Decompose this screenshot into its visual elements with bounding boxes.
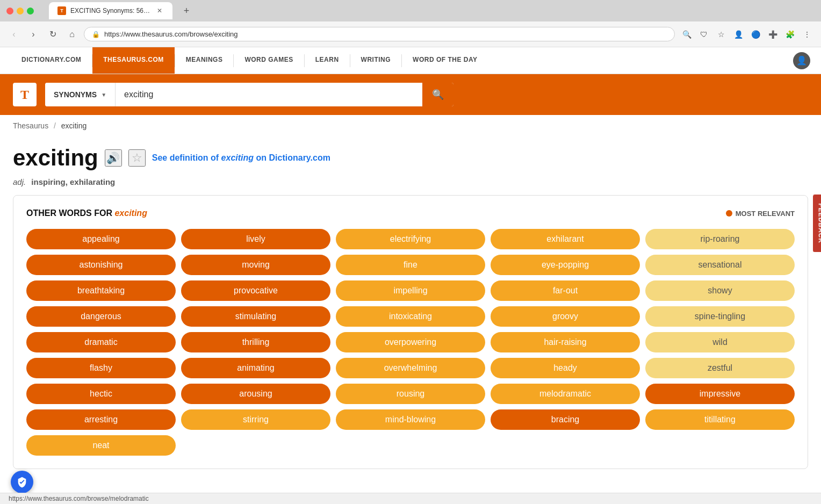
word-tag[interactable]: fine — [336, 255, 485, 275]
word-tag[interactable]: overpowering — [336, 332, 485, 352]
word-tag[interactable]: provocative — [181, 280, 330, 301]
dropdown-arrow-icon: ▼ — [101, 92, 106, 98]
word-tag[interactable]: groovy — [491, 306, 640, 327]
shield-icon — [16, 476, 28, 480]
extension3-button[interactable]: ➕ — [765, 27, 780, 42]
nav-learn[interactable]: LEARN — [305, 47, 350, 74]
word-tag[interactable]: astonishing — [26, 255, 176, 275]
word-tag[interactable]: zestful — [645, 358, 795, 378]
relevance-dot-icon — [726, 210, 732, 217]
section-title: OTHER WORDS FOR exciting — [26, 208, 147, 218]
word-tag[interactable]: animating — [181, 358, 330, 378]
word-pos: adj. inspiring, exhilarating — [0, 175, 821, 195]
new-tab-button[interactable]: + — [179, 3, 194, 18]
word-tag[interactable]: lively — [181, 229, 330, 249]
word-tag[interactable]: dramatic — [26, 332, 176, 352]
word-tag[interactable]: wild — [645, 332, 795, 352]
tab-close-button[interactable]: ✕ — [155, 6, 164, 15]
word-text: exciting — [13, 145, 98, 171]
word-tag[interactable]: overwhelming — [336, 358, 485, 378]
favorite-button[interactable]: ☆ — [128, 149, 146, 167]
feedback-tab[interactable]: FEEDBACK — [813, 195, 821, 252]
word-tag[interactable]: breathtaking — [26, 280, 176, 301]
word-header: exciting 🔊 ☆ See definition of exciting … — [0, 136, 821, 175]
home-button[interactable]: ⌂ — [64, 27, 80, 42]
words-grid: appealinglivelyelectrifyingexhilarantrip… — [26, 229, 795, 456]
pos-definition: inspiring, exhilarating — [31, 177, 115, 186]
word-tag[interactable]: bracing — [491, 409, 640, 430]
word-tag[interactable]: arousing — [181, 384, 330, 404]
site-logo[interactable]: T — [13, 83, 37, 106]
search-browser-button[interactable]: 🔍 — [679, 27, 694, 42]
search-button[interactable]: 🔍 — [422, 83, 453, 106]
section-title-word: exciting — [114, 208, 147, 218]
word-tag[interactable]: eye-popping — [491, 255, 640, 275]
breadcrumb-home-link[interactable]: Thesaurus — [13, 121, 48, 130]
bookmark-button[interactable]: ☆ — [714, 27, 729, 42]
word-tag[interactable]: dangerous — [26, 306, 176, 327]
site-nav: DICTIONARY.COM THESAURUS.COM MEANINGS WO… — [0, 47, 821, 74]
extension2-button[interactable]: 🔵 — [748, 27, 763, 42]
search-input[interactable] — [116, 83, 422, 106]
word-tag[interactable]: arresting — [26, 409, 176, 430]
word-tag[interactable]: impelling — [336, 280, 485, 301]
word-tag[interactable]: electrifying — [336, 229, 485, 249]
nav-word-of-day[interactable]: WORD OF THE DAY — [402, 47, 488, 74]
word-tag[interactable]: appealing — [26, 229, 176, 249]
dictionary-link[interactable]: See definition of exciting on Dictionary… — [152, 153, 330, 163]
word-tag[interactable]: heady — [491, 358, 640, 378]
word-tag[interactable]: rip-roaring — [645, 229, 795, 249]
nav-dictionary[interactable]: DICTIONARY.COM — [11, 47, 92, 74]
word-tag[interactable]: thrilling — [181, 332, 330, 352]
word-tag[interactable]: rousing — [336, 384, 485, 404]
word-tag[interactable]: flashy — [26, 358, 176, 378]
nav-writing[interactable]: WRITING — [350, 47, 402, 74]
profile-icon[interactable]: 👤 — [793, 52, 810, 69]
word-tag[interactable]: intoxicating — [336, 306, 485, 327]
word-tag[interactable]: mind-blowing — [336, 409, 485, 430]
word-tag[interactable]: spine-tingling — [645, 306, 795, 327]
nav-thesaurus[interactable]: THESAURUS.COM — [92, 47, 175, 74]
word-tag[interactable]: impressive — [645, 384, 795, 404]
word-tag[interactable]: stimulating — [181, 306, 330, 327]
back-button[interactable]: ‹ — [6, 27, 21, 42]
close-window-button[interactable] — [6, 8, 13, 15]
forward-button[interactable]: › — [26, 27, 41, 42]
word-tag[interactable]: melodramatic — [491, 384, 640, 404]
browser-nav-actions: 🔍 🛡 ☆ 👤 🔵 ➕ 🧩 ⋮ — [679, 27, 815, 42]
word-tag[interactable]: far-out — [491, 280, 640, 301]
browser-chrome: T EXCITING Synonyms: 56 Sy... ✕ + ‹ › ↻ … — [0, 0, 821, 47]
maximize-window-button[interactable] — [27, 8, 34, 15]
word-tag[interactable]: titillating — [645, 409, 795, 430]
puzzle-button[interactable]: 🧩 — [782, 27, 797, 42]
menu-button[interactable]: ⋮ — [800, 27, 815, 42]
extension-button[interactable]: 🛡 — [696, 27, 711, 42]
nav-meanings[interactable]: MEANINGS — [175, 47, 234, 74]
word-tag[interactable]: stirring — [181, 409, 330, 430]
breadcrumb-separator: / — [54, 121, 56, 130]
pos-tag: adj. — [13, 177, 26, 186]
search-icon: 🔍 — [432, 89, 444, 100]
browser-title-bar: T EXCITING Synonyms: 56 Sy... ✕ + — [0, 0, 821, 21]
search-bar: SYNONYMS ▼ 🔍 — [45, 83, 453, 106]
section-title-prefix: OTHER WORDS FOR — [26, 208, 114, 218]
word-tag[interactable]: sensational — [645, 255, 795, 275]
reload-button[interactable]: ↻ — [45, 27, 60, 42]
word-tag[interactable]: exhilarant — [491, 229, 640, 249]
word-tag[interactable]: neat — [26, 435, 176, 456]
breadcrumb-current: exciting — [61, 121, 87, 130]
word-tag[interactable]: showy — [645, 280, 795, 301]
word-tag[interactable]: moving — [181, 255, 330, 275]
site-header: T SYNONYMS ▼ 🔍 — [0, 74, 821, 115]
minimize-window-button[interactable] — [17, 8, 24, 15]
word-tag[interactable]: hectic — [26, 384, 176, 404]
profile-button[interactable]: 👤 — [731, 27, 746, 42]
address-bar[interactable]: 🔒 https://www.thesaurus.com/browse/excit… — [84, 27, 675, 41]
search-type-dropdown[interactable]: SYNONYMS ▼ — [45, 83, 116, 106]
search-type-label: SYNONYMS — [54, 90, 97, 99]
traffic-lights — [6, 8, 34, 15]
nav-word-games[interactable]: WORD GAMES — [234, 47, 304, 74]
browser-tab[interactable]: T EXCITING Synonyms: 56 Sy... ✕ — [49, 2, 172, 19]
audio-button[interactable]: 🔊 — [105, 149, 122, 167]
word-tag[interactable]: hair-raising — [491, 332, 640, 352]
